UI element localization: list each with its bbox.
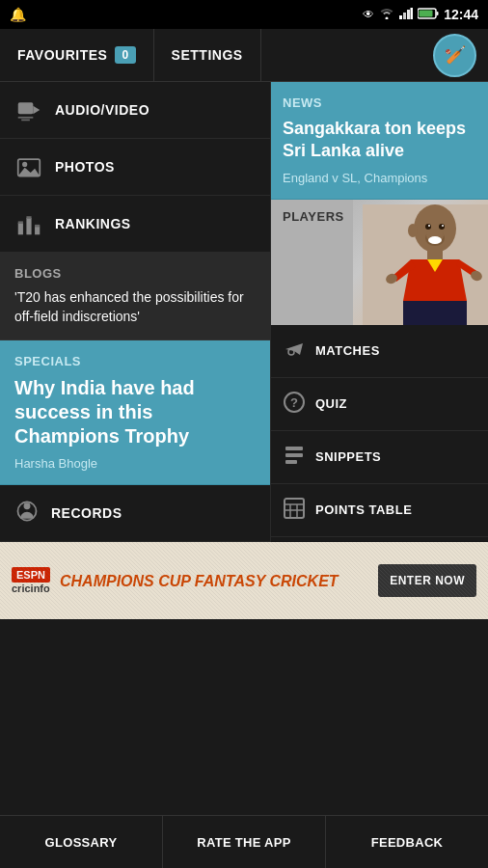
status-time: 12:44 bbox=[444, 7, 478, 22]
svg-text:?: ? bbox=[290, 395, 298, 410]
ad-banner[interactable]: ESPN cricinfo CHAMPIONS CUP FANTASY CRIC… bbox=[0, 542, 488, 619]
quiz-item[interactable]: ? QUIZ bbox=[271, 378, 488, 431]
content-area: AUDIO/VIDEO PHOTOS bbox=[0, 82, 488, 542]
svg-rect-1 bbox=[403, 13, 406, 19]
svg-point-32 bbox=[428, 225, 430, 227]
matches-icon bbox=[283, 338, 306, 365]
audio-video-label: AUDIO/VIDEO bbox=[55, 102, 149, 118]
wifi-icon bbox=[379, 8, 394, 22]
bottom-nav: GLOSSARY RATE THE APP FEEDBACK bbox=[0, 815, 488, 868]
svg-marker-8 bbox=[33, 106, 40, 115]
points-table-label: POINTS TABLE bbox=[315, 502, 412, 517]
rate-app-tab[interactable]: RATE THE APP bbox=[163, 816, 326, 868]
snippets-icon bbox=[283, 444, 306, 471]
snippets-item[interactable]: SNIPPETS bbox=[271, 431, 488, 484]
quiz-label: QUIZ bbox=[315, 396, 347, 411]
svg-rect-5 bbox=[420, 10, 433, 16]
players-section[interactable]: PLAYERS bbox=[271, 200, 488, 325]
top-nav: FAVOURITES 0 SETTINGS 🏏 bbox=[0, 29, 488, 82]
status-bar-left: 🔔 bbox=[10, 7, 26, 22]
ad-texture bbox=[0, 542, 488, 619]
svg-rect-17 bbox=[18, 221, 23, 224]
news-subtitle: England v SL, Champions bbox=[283, 171, 476, 185]
specials-section[interactable]: SPECIALS Why India have had success in t… bbox=[0, 340, 270, 485]
svg-rect-16 bbox=[35, 227, 40, 235]
records-label: RECORDS bbox=[51, 505, 122, 521]
svg-rect-39 bbox=[285, 453, 303, 457]
svg-rect-24 bbox=[427, 248, 443, 259]
svg-rect-19 bbox=[35, 225, 40, 228]
svg-rect-9 bbox=[18, 117, 34, 119]
rankings-icon bbox=[14, 209, 43, 238]
matches-label: MATCHES bbox=[315, 343, 380, 358]
specials-author: Harsha Bhogle bbox=[14, 456, 256, 471]
player-image bbox=[353, 200, 488, 325]
records-icon bbox=[14, 499, 40, 528]
svg-rect-14 bbox=[18, 223, 23, 234]
svg-point-30 bbox=[425, 224, 431, 230]
player-figure bbox=[363, 204, 488, 325]
photos-label: PHOTOS bbox=[55, 159, 115, 175]
photos-item[interactable]: PHOTOS bbox=[0, 139, 270, 196]
photos-icon bbox=[14, 152, 43, 181]
feedback-tab[interactable]: FEEDBACK bbox=[326, 816, 488, 868]
records-item[interactable]: RECORDS bbox=[0, 485, 270, 542]
rate-app-label: RATE THE APP bbox=[197, 835, 291, 850]
svg-point-12 bbox=[22, 162, 27, 167]
svg-point-21 bbox=[24, 503, 31, 510]
favourites-tab[interactable]: FAVOURITES 0 bbox=[0, 29, 154, 81]
specials-title: Why India have had success in this Champ… bbox=[14, 376, 256, 448]
logo-circle: 🏏 bbox=[433, 34, 476, 77]
specials-label: SPECIALS bbox=[14, 354, 256, 368]
logo-icon: 🏏 bbox=[445, 44, 466, 66]
svg-rect-15 bbox=[26, 218, 31, 234]
notification-icon: 🔔 bbox=[10, 7, 26, 22]
matches-item[interactable]: MATCHES bbox=[271, 325, 488, 378]
news-section[interactable]: NEWS Sangakkara ton keeps Sri Lanka aliv… bbox=[271, 82, 488, 200]
quiz-icon: ? bbox=[283, 391, 306, 418]
blogs-text: 'T20 has enhanced the possibilities for … bbox=[14, 288, 256, 326]
svg-rect-10 bbox=[21, 120, 30, 122]
glossary-tab[interactable]: GLOSSARY bbox=[0, 816, 163, 868]
svg-rect-6 bbox=[437, 12, 439, 15]
svg-rect-0 bbox=[399, 15, 402, 19]
eye-icon: 👁 bbox=[363, 8, 374, 21]
points-table-icon bbox=[283, 497, 306, 524]
signal-icon bbox=[399, 8, 413, 22]
settings-tab[interactable]: SETTINGS bbox=[154, 29, 261, 81]
blogs-section[interactable]: BLOGS 'T20 has enhanced the possibilitie… bbox=[0, 253, 270, 340]
favourites-badge: 0 bbox=[115, 46, 135, 64]
rankings-item[interactable]: RANKINGS bbox=[0, 196, 270, 253]
svg-rect-7 bbox=[18, 102, 34, 114]
svg-marker-13 bbox=[18, 168, 41, 176]
rankings-label: RANKINGS bbox=[55, 216, 131, 231]
svg-rect-41 bbox=[285, 499, 304, 518]
status-icons: 👁 12:44 bbox=[363, 7, 478, 22]
svg-point-29 bbox=[428, 236, 442, 244]
feedback-label: FEEDBACK bbox=[371, 835, 444, 850]
audio-video-icon bbox=[14, 95, 43, 124]
blogs-label: BLOGS bbox=[14, 266, 256, 281]
svg-rect-3 bbox=[411, 8, 414, 19]
left-column: AUDIO/VIDEO PHOTOS bbox=[0, 82, 270, 542]
app-logo[interactable]: 🏏 bbox=[421, 29, 488, 81]
right-column: NEWS Sangakkara ton keeps Sri Lanka aliv… bbox=[270, 82, 488, 542]
audio-video-item[interactable]: AUDIO/VIDEO bbox=[0, 82, 270, 139]
snippets-label: SNIPPETS bbox=[315, 449, 381, 464]
points-table-item[interactable]: POINTS TABLE bbox=[271, 484, 488, 537]
svg-point-34 bbox=[408, 224, 418, 237]
svg-rect-18 bbox=[26, 216, 31, 219]
svg-rect-40 bbox=[285, 460, 297, 464]
settings-label: SETTINGS bbox=[172, 47, 243, 63]
svg-rect-38 bbox=[285, 447, 303, 450]
players-label: PLAYERS bbox=[271, 200, 356, 233]
news-title: Sangakkara ton keeps Sri Lanka alive bbox=[283, 118, 476, 163]
favourites-label: FAVOURITES bbox=[17, 47, 107, 63]
status-bar: 🔔 👁 12:44 bbox=[0, 0, 488, 29]
svg-point-31 bbox=[439, 224, 445, 230]
battery-icon bbox=[418, 8, 439, 22]
news-label: NEWS bbox=[283, 95, 476, 110]
svg-point-33 bbox=[442, 225, 444, 227]
svg-rect-2 bbox=[407, 10, 410, 19]
glossary-label: GLOSSARY bbox=[45, 835, 118, 850]
